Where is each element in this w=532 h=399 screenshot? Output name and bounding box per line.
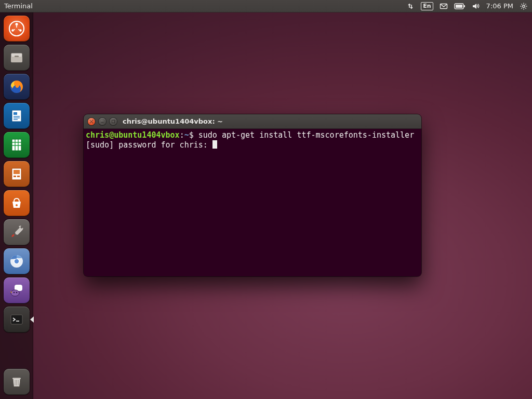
svg-rect-18 — [14, 170, 20, 174]
top-panel: Terminal En — [0, 0, 532, 12]
menubar-app-name[interactable]: Terminal — [4, 2, 33, 10]
launcher-system-settings-icon[interactable] — [4, 219, 30, 245]
svg-point-21 — [16, 204, 18, 206]
svg-rect-30 — [11, 315, 22, 324]
terminal-window: chris@ubuntu1404vbox: ~ chris@ubuntu1404… — [84, 114, 421, 276]
svg-rect-15 — [14, 112, 17, 115]
launcher-calc-icon[interactable] — [4, 132, 30, 158]
svg-point-6 — [15, 23, 18, 25]
keyboard-layout-indicator[interactable]: En — [421, 2, 433, 10]
network-indicator-icon[interactable] — [406, 2, 415, 10]
window-maximize-button[interactable] — [110, 118, 117, 125]
svg-rect-16 — [12, 139, 21, 151]
launcher-terminal-icon[interactable] — [4, 307, 30, 332]
svg-rect-32 — [112, 120, 115, 123]
svg-point-4 — [523, 5, 525, 7]
terminal-prompt-userhost: chris@ubuntu1404vbox — [86, 130, 180, 140]
window-titlebar[interactable]: chris@ubuntu1404vbox: ~ — [84, 114, 421, 129]
launcher-files-icon[interactable] — [4, 45, 30, 71]
svg-rect-11 — [15, 56, 19, 57]
mail-indicator-icon[interactable] — [440, 2, 448, 10]
terminal-prompt-symbol: $ — [189, 130, 198, 140]
terminal-prompt-path: ~ — [184, 130, 189, 140]
launcher — [0, 12, 33, 399]
launcher-firefox-icon[interactable] — [4, 74, 30, 100]
terminal-cursor — [212, 140, 217, 149]
terminal-password-prompt: [sudo] password for chris: — [86, 140, 212, 150]
window-title: chris@ubuntu1404vbox: ~ — [123, 117, 223, 125]
system-menu-icon[interactable] — [520, 2, 528, 10]
launcher-pidgin-icon[interactable] — [4, 277, 30, 303]
terminal-body[interactable]: chris@ubuntu1404vbox:~$ sudo apt-get ins… — [84, 129, 421, 276]
launcher-dash-icon[interactable] — [4, 16, 30, 42]
svg-point-28 — [13, 292, 15, 294]
window-close-button[interactable] — [88, 118, 95, 125]
svg-rect-3 — [464, 5, 465, 7]
svg-rect-31 — [12, 378, 21, 379]
svg-rect-20 — [17, 176, 20, 177]
clock-indicator[interactable]: 7:06 PM — [486, 2, 513, 10]
svg-rect-2 — [456, 5, 462, 8]
launcher-software-center-icon[interactable] — [4, 190, 30, 216]
launcher-impress-icon[interactable] — [4, 161, 30, 187]
window-minimize-button[interactable] — [99, 118, 106, 125]
svg-point-29 — [16, 292, 17, 294]
terminal-prompt-colon: : — [180, 130, 184, 140]
svg-rect-19 — [14, 176, 16, 177]
svg-point-8 — [19, 29, 21, 31]
svg-point-7 — [11, 29, 14, 31]
launcher-writer-icon[interactable] — [4, 103, 30, 129]
launcher-trash-icon[interactable] — [4, 369, 30, 395]
svg-rect-10 — [11, 57, 22, 62]
battery-indicator-icon[interactable] — [454, 3, 466, 9]
terminal-command: sudo apt-get install ttf-mscorefonts-ins… — [198, 130, 414, 140]
svg-point-27 — [11, 290, 19, 296]
svg-rect-22 — [11, 234, 14, 237]
launcher-chromium-icon[interactable] — [4, 248, 30, 274]
sound-indicator-icon[interactable] — [472, 2, 480, 10]
